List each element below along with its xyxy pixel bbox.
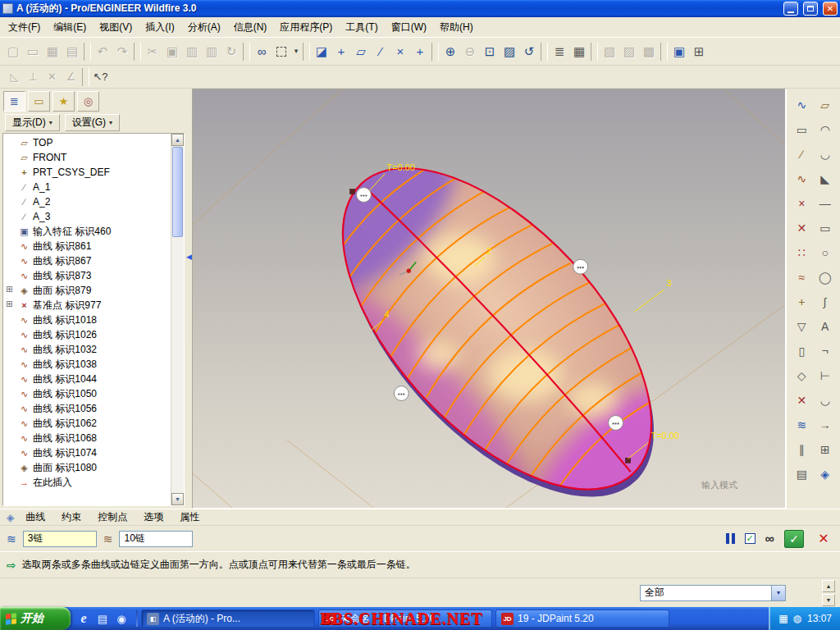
open-file-button[interactable]: ▭ <box>23 42 43 62</box>
paste-special-button[interactable]: ▥ <box>202 42 221 62</box>
ellipse-tool[interactable]: ◯ <box>815 267 836 287</box>
shaded-button[interactable]: ▩ <box>639 42 659 62</box>
tree-item[interactable]: ⊞ ▣ 输入特征 标识460 <box>3 224 171 239</box>
close-button[interactable]: ✕ <box>823 2 838 16</box>
favorites-tab[interactable]: ★ <box>52 91 75 112</box>
tree-item[interactable]: ⊞ + PRT_CSYS_DEF <box>3 165 171 180</box>
sweep-tool[interactable]: ◇ <box>791 366 812 386</box>
menu-item[interactable]: 信息(N) <box>227 18 274 37</box>
cut-button[interactable]: ✂ <box>143 42 162 62</box>
datum-point-tool[interactable]: × <box>791 194 812 213</box>
expand-up-button[interactable]: ▲ <box>822 580 835 592</box>
spline-tool[interactable]: ∫ <box>815 292 836 312</box>
media-player-icon[interactable]: ◉ <box>113 610 130 627</box>
preview-glasses-icon[interactable]: ∞ <box>765 532 774 546</box>
tray-network-icon[interactable]: ◍ <box>792 613 801 624</box>
layers-button[interactable]: ≣ <box>550 42 569 62</box>
task-jdpaint-19[interactable]: JD 19 - JDPaint 5.20 <box>495 609 669 628</box>
tree-item[interactable]: ⊞ ▱ FRONT <box>3 150 171 165</box>
expand-down-button[interactable]: ▼ <box>822 594 835 606</box>
menu-item[interactable]: 插入(I) <box>139 18 180 37</box>
boundary-blend-tool[interactable]: ◈ <box>815 464 836 484</box>
tree-item[interactable]: ⊞ ∿ 曲线 标识867 <box>3 253 171 268</box>
text-tool[interactable]: A <box>815 317 836 336</box>
mirror-tool[interactable]: ⊞ <box>815 440 836 459</box>
minimize-button[interactable] <box>783 2 798 16</box>
curve-through-points-tool[interactable]: ∿ <box>791 169 812 189</box>
tree-item[interactable]: ⊞ ∿ 曲线 标识1068 <box>3 431 171 445</box>
orient-button[interactable]: ↺ <box>519 42 539 62</box>
tree-item[interactable]: ⊞ ∕ A_2 <box>3 194 171 209</box>
start-button[interactable]: 开始 <box>0 607 71 630</box>
regenerate-button[interactable]: ↻ <box>221 42 241 62</box>
view-manager-button[interactable]: ▦ <box>569 42 589 62</box>
hidden-line-button[interactable]: ▨ <box>619 42 639 62</box>
corner-tool-button[interactable]: ∠ <box>62 68 80 86</box>
datum-axes-toggle[interactable]: ∕ <box>371 42 390 62</box>
sketch-display-button[interactable]: ◪ <box>312 42 331 62</box>
separator[interactable] <box>303 43 310 61</box>
tree-item[interactable]: ⊞ ∿ 曲线 标识1026 <box>3 327 171 342</box>
expand-plus-icon[interactable]: ⊞ <box>6 285 12 294</box>
tree-item[interactable]: ⊞ ∿ 曲线 标识1032 <box>3 342 171 357</box>
model-tree-tab[interactable]: ≣ <box>3 91 25 112</box>
dashboard-tab[interactable]: 属性 <box>180 510 199 524</box>
rectangle-tool[interactable]: ▭ <box>815 218 836 238</box>
show-dropdown-button[interactable]: 显示(D) ▾ <box>5 114 60 131</box>
menu-item[interactable]: 分析(A) <box>181 18 227 37</box>
chamfer-tool[interactable]: ◣ <box>815 169 836 189</box>
menu-item[interactable]: 工具(T) <box>339 18 384 37</box>
tree-scrollbar[interactable]: ▲ ▼ <box>171 134 184 505</box>
tree-item[interactable]: ⊞ ∿ 曲线 标识1018 <box>3 313 171 327</box>
internet-explorer-icon[interactable]: e <box>75 610 92 627</box>
delete-segment-button[interactable]: ✕ <box>43 68 62 86</box>
tree-item[interactable]: ⊞ ∿ 曲线 标识1038 <box>3 357 171 372</box>
menu-item[interactable]: 编辑(E) <box>47 18 93 37</box>
selection-filter-combo[interactable]: 全部 ▾ <box>640 585 786 601</box>
separator[interactable] <box>84 43 91 61</box>
delete-tool[interactable]: ✕ <box>791 390 812 410</box>
round-tool[interactable]: ◡ <box>815 144 836 164</box>
connections-tab[interactable]: ◎ <box>77 91 99 112</box>
tree-item[interactable]: ⊞ ◈ 曲面 标识1080 <box>3 460 171 475</box>
new-file-button[interactable]: ▢ <box>3 42 23 62</box>
tree-item[interactable]: ⊞ → 在此插入 <box>3 475 171 490</box>
fill-surface-tool[interactable]: ▭ <box>791 120 812 139</box>
datum-plane-tool[interactable]: ▱ <box>815 95 836 115</box>
show-desktop-icon[interactable]: ▤ <box>94 610 111 627</box>
extend-tool[interactable]: → <box>815 415 836 435</box>
style-curve-tool[interactable]: ∿ <box>791 95 812 115</box>
wave-link-tool[interactable]: ≋ <box>791 415 812 435</box>
menu-item[interactable]: 文件(F) <box>2 18 47 37</box>
tree-item[interactable]: ⊞ ∿ 曲线 标识861 <box>3 239 171 253</box>
scroll-up-icon[interactable]: ▲ <box>171 134 184 146</box>
menu-item[interactable]: 窗口(W) <box>385 18 433 37</box>
extrude-tool[interactable]: ▯ <box>791 341 812 361</box>
print-button[interactable]: ▤ <box>62 42 82 62</box>
dashboard-tab[interactable]: 选项 <box>144 510 163 524</box>
tree-item[interactable]: ⊞ ▱ TOP <box>3 135 171 150</box>
pause-button[interactable] <box>726 533 735 544</box>
circle-tool[interactable]: ○ <box>815 243 836 262</box>
line-tool[interactable]: — <box>815 194 836 213</box>
menu-item[interactable]: 应用程序(P) <box>273 18 339 37</box>
datum-axis-tool[interactable]: ∕ <box>791 144 812 164</box>
tree-item[interactable]: ⊞ ∿ 曲线 标识1062 <box>3 416 171 431</box>
undo-button[interactable]: ↶ <box>93 42 112 62</box>
settings-dropdown-button[interactable]: 设置(G) ▾ <box>65 114 120 131</box>
tree-item[interactable]: ⊞ ∿ 曲线 标识1056 <box>3 401 171 416</box>
copy-button[interactable]: ▣ <box>162 42 182 62</box>
select-area-button[interactable] <box>272 42 291 62</box>
separator[interactable] <box>243 43 250 61</box>
model-view[interactable]: T=0.00234T=0.00 <box>193 89 785 508</box>
folder-browser-tab[interactable]: ▭ <box>28 91 50 112</box>
tree-item[interactable]: ⊞ ∿ 曲线 标识1074 <box>3 445 171 460</box>
preview-checkbox[interactable]: ✓ <box>745 533 756 544</box>
save-button[interactable]: ▦ <box>43 42 62 62</box>
spin-center-button[interactable]: + <box>331 42 351 62</box>
tree-item[interactable]: ⊞ ∿ 曲线 标识1050 <box>3 386 171 401</box>
point-array-tool[interactable]: ∷ <box>791 243 812 262</box>
tree-item[interactable]: ⊞ ∿ 曲线 标识1044 <box>3 372 171 386</box>
curve-edit-tool[interactable]: ≈ <box>791 267 812 287</box>
tray-input-method-icon[interactable]: ▦ <box>778 613 788 624</box>
